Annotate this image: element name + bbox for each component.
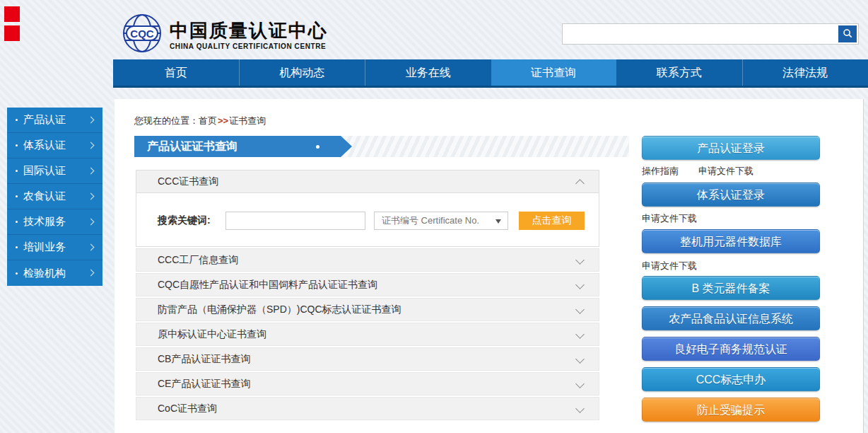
application-download-link[interactable]: 申请文件下载 [642, 260, 697, 271]
bullet-icon [16, 144, 18, 146]
page: CQC 中国质量认证中心 CHINA QUALITY CERTIFICATION… [0, 0, 868, 433]
accordion-row-label: CB产品认证证书查询 [158, 353, 250, 364]
component-database-button[interactable]: 整机用元器件数据库 [642, 229, 820, 253]
accordion-row-former-cec[interactable]: 原中标认证中心证书查询 [136, 323, 599, 346]
section-title-bar: 产品认证证书查询 [134, 136, 629, 157]
chevron-down-icon [575, 330, 585, 339]
nav-tab-contact[interactable]: 联系方式 [616, 59, 742, 86]
breadcrumb-home-link[interactable]: 首页 [199, 115, 217, 126]
bullet-icon [16, 221, 18, 223]
accordion-row-label: 防雷产品（电涌保护器（SPD）)CQC标志认证证书查询 [158, 304, 401, 315]
links-after-database: 申请文件下载 [642, 260, 717, 272]
sidebar-item-agrifood-cert[interactable]: 农食认证 [7, 184, 102, 209]
accordion-row-label: CE产品认证证书查询 [158, 378, 250, 389]
accordion-row-label: CQC自愿性产品认证和中国饲料产品认证证书查询 [158, 279, 377, 290]
bullet-icon [16, 195, 18, 197]
cqc-logo[interactable]: CQC 中国质量认证中心 CHINA QUALITY CERTIFICATION… [122, 13, 328, 57]
left-sidebar: 产品认证 体系认证 国际认证 农食认证 技术服务 培训业务 [7, 108, 102, 286]
sidebar-item-label: 国际认证 [23, 164, 66, 178]
nav-tab-certificate-query[interactable]: 证书查询 [491, 59, 617, 86]
accordion-header-label: CCC证书查询 [158, 175, 218, 187]
breadcrumb-separator: >> [218, 115, 228, 126]
search-type-select[interactable]: 证书编号 Certificate No. [374, 212, 508, 230]
chevron-down-icon [575, 379, 585, 388]
keyword-label: 搜索关键词: [158, 214, 211, 227]
links-after-system: 申请文件下载 [642, 212, 717, 225]
sidebar-item-product-cert[interactable]: 产品认证 [7, 108, 102, 133]
chevron-right-icon [88, 244, 95, 251]
ribbon-arrow-icon [341, 136, 352, 157]
globe-icon: CQC [122, 13, 163, 57]
sidebar-item-label: 检验机构 [23, 267, 66, 280]
sidebar-item-inspection[interactable]: 检验机构 [7, 260, 102, 286]
sidebar-item-international-cert[interactable]: 国际认证 [7, 158, 102, 184]
caret-down-icon [495, 219, 501, 224]
system-cert-login-button[interactable]: 体系认证登录 [642, 183, 820, 207]
chevron-up-icon [575, 179, 585, 188]
main-nav: 首页 机构动态 业务在线 证书查询 联系方式 法律法规 [113, 59, 868, 88]
sidebar-item-tech-service[interactable]: 技术服务 [7, 209, 102, 235]
product-cert-login-button[interactable]: 产品认证登录 [642, 136, 820, 160]
bullet-icon [16, 272, 18, 275]
site-search-button[interactable] [838, 25, 857, 42]
red-marker [4, 25, 20, 41]
chevron-right-icon [88, 117, 95, 124]
sidebar-item-system-cert[interactable]: 体系认证 [7, 133, 102, 158]
site-subtitle: CHINA QUALITY CERTIFICATION CENTRE [170, 42, 328, 50]
bullet-icon [16, 170, 18, 172]
sidebar-item-label: 体系认证 [23, 139, 66, 152]
accordion-row-spd[interactable]: 防雷产品（电涌保护器（SPD）)CQC标志认证证书查询 [136, 298, 599, 321]
main-content: 您现在的位置：首页>>证书查询 产品认证证书查询 CCC证书查询 搜索关键词: … [115, 99, 864, 433]
nav-tab-online[interactable]: 业务在线 [365, 59, 491, 86]
logo-text: 中国质量认证中心 CHINA QUALITY CERTIFICATION CEN… [170, 20, 328, 50]
ccc-mark-application-button[interactable]: CCC标志申办 [642, 367, 820, 391]
search-icon [842, 28, 853, 41]
query-accordion: CCC证书查询 搜索关键词: 证书编号 Certificate No. 点击查询… [136, 170, 599, 420]
nav-tab-laws[interactable]: 法律法规 [742, 59, 868, 86]
site-search [562, 23, 859, 45]
sidebar-item-label: 产品认证 [23, 113, 66, 127]
chevron-right-icon [88, 219, 95, 226]
query-submit-button[interactable]: 点击查询 [519, 212, 585, 230]
application-download-link[interactable]: 申请文件下载 [698, 166, 753, 176]
accordion-row-coc[interactable]: CoC证书查询 [136, 397, 599, 420]
nav-tab-news[interactable]: 机构动态 [239, 59, 365, 86]
accordion-row-cb[interactable]: CB产品认证证书查询 [136, 347, 599, 371]
chevron-right-icon [88, 270, 95, 277]
ccc-search-panel: 搜索关键词: 证书编号 Certificate No. 点击查询 [136, 193, 599, 247]
sidebar-item-label: 农食认证 [23, 190, 66, 203]
accordion-row-label: CoC证书查询 [158, 403, 217, 414]
red-marker [4, 6, 20, 22]
accordion-row-ce[interactable]: CE产品认证证书查询 [136, 372, 599, 396]
sidebar-item-training[interactable]: 培训业务 [7, 235, 102, 260]
logo-acronym: CQC [130, 28, 154, 40]
page-title: 产品认证证书查询 [147, 140, 237, 152]
chevron-down-icon [575, 354, 585, 364]
chevron-right-icon [88, 168, 95, 175]
application-download-link[interactable]: 申请文件下载 [642, 213, 697, 224]
chevron-down-icon [575, 255, 585, 265]
accordion-header-ccc-cert[interactable]: CCC证书查询 [136, 170, 599, 193]
right-quick-links: 产品认证登录 操作指南申请文件下载 体系认证登录 申请文件下载 整机用元器件数据… [642, 136, 820, 426]
chevron-down-icon [575, 280, 585, 289]
fraud-prevention-button[interactable]: 防止受骗提示 [642, 398, 820, 422]
ribbon-dot-icon [316, 145, 319, 149]
site-search-input[interactable] [565, 25, 837, 45]
accordion-row-label: CCC工厂信息查询 [158, 254, 238, 265]
operation-guide-link[interactable]: 操作指南 [642, 166, 679, 176]
bullet-icon [16, 246, 18, 248]
search-type-selected-value: 证书编号 Certificate No. [382, 215, 479, 226]
accordion-row-label: 原中标认证中心证书查询 [158, 328, 266, 340]
site-title: 中国质量认证中心 [170, 20, 328, 41]
keyword-input[interactable] [225, 212, 365, 230]
ecommerce-standard-cert-button[interactable]: 良好电子商务规范认证 [642, 337, 820, 361]
nav-tab-home[interactable]: 首页 [113, 59, 239, 86]
breadcrumb-prefix: 您现在的位置： [134, 115, 199, 126]
breadcrumb-current: 证书查询 [229, 115, 266, 126]
accordion-row-cqc-voluntary[interactable]: CQC自愿性产品认证和中国饲料产品认证证书查询 [136, 273, 599, 296]
breadcrumb: 您现在的位置：首页>>证书查询 [134, 115, 266, 127]
class-b-component-filing-button[interactable]: B 类元器件备案 [642, 276, 820, 300]
chevron-down-icon [575, 404, 585, 413]
accordion-row-ccc-factory[interactable]: CCC工厂信息查询 [136, 248, 599, 272]
agrifood-info-system-button[interactable]: 农产品食品认证信息系统 [642, 306, 820, 330]
